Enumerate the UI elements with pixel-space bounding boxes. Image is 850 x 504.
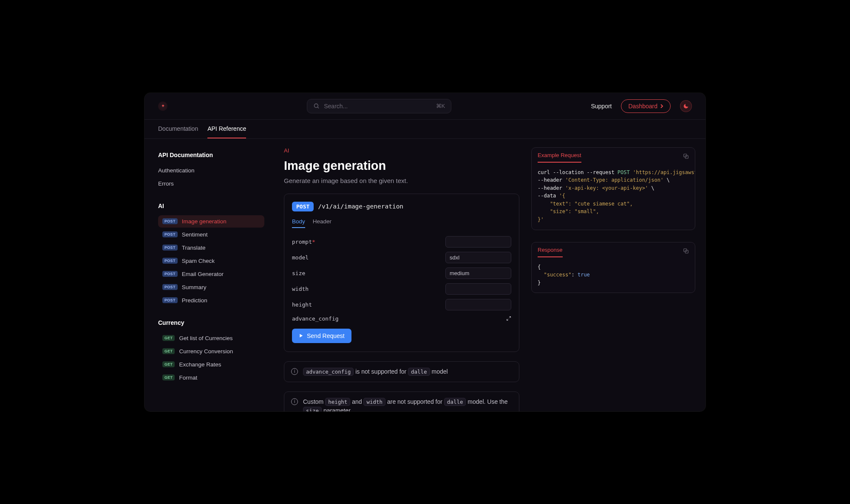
sidebar-item-authentication[interactable]: Authentication xyxy=(158,164,264,177)
sidebar-item-label: Image generation xyxy=(182,218,227,225)
sidebar-item-translate[interactable]: POST Translate xyxy=(158,242,264,254)
field-prompt: prompt* xyxy=(292,234,511,250)
info-icon: i xyxy=(291,398,298,405)
sidebar-item-spam-check[interactable]: POST Spam Check xyxy=(158,255,264,267)
dashboard-button[interactable]: Dashboard xyxy=(621,99,671,113)
search-icon xyxy=(313,103,320,109)
send-label: Send Request xyxy=(307,332,345,339)
sidebar-heading-currency: Currency xyxy=(158,319,264,326)
sidebar-item-summary[interactable]: POST Summary xyxy=(158,281,264,293)
sidebar-item-label: Translate xyxy=(182,245,206,251)
chevron-right-icon xyxy=(660,104,663,108)
tab-header[interactable]: Header xyxy=(313,218,332,228)
note-advance-config: i advance_config is not supported for da… xyxy=(284,361,519,382)
note-text: Custom height and width are not supporte… xyxy=(303,397,512,411)
tab-body[interactable]: Body xyxy=(292,218,305,228)
response-code: { "success": true } xyxy=(532,257,695,293)
fields: prompt* model size width xyxy=(292,234,511,322)
card-title: Example Request xyxy=(538,152,581,163)
field-advance-config[interactable]: advance_config xyxy=(292,313,511,322)
sidebar-item-image-generation[interactable]: POST Image generation xyxy=(158,215,264,228)
prompt-input[interactable] xyxy=(445,236,511,248)
method-badge: POST xyxy=(292,202,314,211)
theme-toggle[interactable] xyxy=(680,100,692,112)
field-height: height xyxy=(292,297,511,313)
copy-button[interactable] xyxy=(683,248,689,256)
request-code: curl --location --request POST 'https://… xyxy=(532,163,695,230)
sidebar-item-currency-conversion[interactable]: GET Currency Conversion xyxy=(158,345,264,358)
endpoint-line: POST /v1/ai/image-generation xyxy=(292,202,511,211)
sidebar-item-format[interactable]: GET Format xyxy=(158,372,264,384)
svg-line-1 xyxy=(318,107,319,108)
page-subtitle: Generate an image based on the given tex… xyxy=(284,177,519,184)
sidebar: API Documentation Authentication Errors … xyxy=(144,139,272,411)
sidebar-item-errors[interactable]: Errors xyxy=(158,177,264,190)
topbar: ✦ ⌘K Support Dashboard xyxy=(144,93,706,120)
field-model: model xyxy=(292,250,511,265)
method-badge: POST xyxy=(162,231,178,237)
method-badge: POST xyxy=(162,297,178,303)
breadcrumb: AI xyxy=(284,147,519,154)
tab-api-reference[interactable]: API Reference xyxy=(207,120,246,138)
field-label: width xyxy=(292,286,309,292)
response-card: Response { "success": true } xyxy=(531,242,695,293)
moon-icon xyxy=(683,103,689,109)
method-badge: POST xyxy=(162,284,178,290)
field-label: height xyxy=(292,301,312,308)
support-link[interactable]: Support xyxy=(591,103,612,110)
sidebar-item-prediction[interactable]: POST Prediction xyxy=(158,294,264,307)
body: API Documentation Authentication Errors … xyxy=(144,139,706,411)
topbar-right: Support Dashboard xyxy=(591,99,692,113)
method-badge: POST xyxy=(162,271,178,277)
card-title: Response xyxy=(538,247,563,257)
field-width: width xyxy=(292,281,511,297)
app-window: ✦ ⌘K Support Dashboard Documentation API… xyxy=(144,93,706,411)
method-badge: GET xyxy=(162,361,175,367)
main-content: AI Image generation Generate an image ba… xyxy=(272,139,531,411)
sidebar-item-label: Format xyxy=(179,374,197,381)
sidebar-item-label: Email Generator xyxy=(182,271,224,277)
shortcut-hint: ⌘K xyxy=(436,103,445,109)
sidebar-item-exchange-rates[interactable]: GET Exchange Rates xyxy=(158,358,264,371)
method-badge: GET xyxy=(162,335,175,341)
right-column: Example Request curl --location --reques… xyxy=(531,139,706,411)
sidebar-heading-ai: AI xyxy=(158,203,264,209)
field-size: size xyxy=(292,265,511,281)
send-request-button[interactable]: Send Request xyxy=(292,329,351,343)
dashboard-label: Dashboard xyxy=(628,103,657,110)
example-request-card: Example Request curl --location --reques… xyxy=(531,147,695,230)
sidebar-item-label: Sentiment xyxy=(182,231,208,238)
endpoint-path: /v1/ai/image-generation xyxy=(318,203,403,210)
search-input[interactable] xyxy=(324,103,431,110)
logo-icon[interactable]: ✦ xyxy=(158,101,167,111)
page-title: Image generation xyxy=(284,159,519,173)
card-head: Response xyxy=(532,242,695,257)
sidebar-heading-api-doc: API Documentation xyxy=(158,152,264,158)
sidebar-item-label: Currency Conversion xyxy=(179,348,233,355)
request-builder-panel: POST /v1/ai/image-generation Body Header… xyxy=(284,194,519,352)
field-label: advance_config xyxy=(292,315,339,322)
size-input[interactable] xyxy=(445,267,511,279)
tab-documentation[interactable]: Documentation xyxy=(158,120,198,138)
note-text: advance_config is not supported for dall… xyxy=(303,367,448,376)
model-input[interactable] xyxy=(445,252,511,263)
sidebar-item-email-generator[interactable]: POST Email Generator xyxy=(158,268,264,280)
sidebar-item-label: Summary xyxy=(182,284,207,290)
sidebar-item-sentiment[interactable]: POST Sentiment xyxy=(158,228,264,241)
note-custom-dims: i Custom height and width are not suppor… xyxy=(284,391,519,411)
nav-tabs: Documentation API Reference xyxy=(144,120,706,139)
sidebar-item-label: Exchange Rates xyxy=(179,361,221,368)
sidebar-item-currencies-list[interactable]: GET Get list of Currencies xyxy=(158,332,264,344)
svg-point-0 xyxy=(314,104,318,108)
sidebar-item-label: Get list of Currencies xyxy=(179,335,232,341)
search-input-wrapper[interactable]: ⌘K xyxy=(307,99,451,113)
play-icon xyxy=(299,333,303,338)
method-badge: GET xyxy=(162,348,175,354)
card-head: Example Request xyxy=(532,148,695,163)
field-label: model xyxy=(292,254,309,261)
width-input[interactable] xyxy=(445,283,511,295)
copy-button[interactable] xyxy=(683,153,689,161)
height-input[interactable] xyxy=(445,299,511,310)
method-badge: POST xyxy=(162,245,178,251)
info-icon: i xyxy=(291,368,298,375)
